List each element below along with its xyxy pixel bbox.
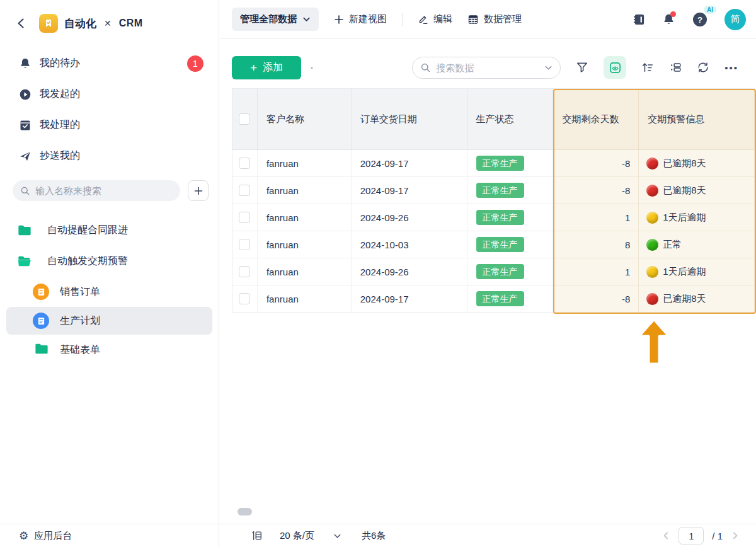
select-all-checkbox[interactable] [239,113,250,125]
sort-icon[interactable] [641,61,654,74]
folder-label: 自动提醒合同跟进 [47,224,128,237]
sidebar-item-my-todo[interactable]: 我的待办 1 [0,48,219,79]
data-manage-button[interactable]: 数据管理 [467,13,522,25]
new-view-label: 新建视图 [349,13,387,25]
sidebar-search-input[interactable] [35,185,173,196]
folder-contract-followup[interactable]: 自动提醒合同跟进 [0,215,219,246]
column-header-delivery-date[interactable]: 订单交货日期 [352,89,467,150]
workspace-subtitle: CRM [119,18,143,29]
cell-days-left: 8 [553,231,639,258]
new-view-button[interactable]: 新建视图 [334,13,387,25]
top-navigation: 管理全部数据 新建视图 编辑 数据管理 [220,0,756,39]
form-item-basic-forms[interactable]: 基础表单 [6,336,212,364]
status-badge: 正常生产 [476,183,524,198]
app-logo-bookmark-icon [39,14,58,33]
next-page-icon[interactable] [731,531,740,540]
row-height-icon[interactable] [251,530,263,541]
table-row[interactable]: fanruan 2024-09-17 正常生产 -8 已逾期8天 [232,285,755,313]
row-checkbox[interactable] [239,266,250,277]
cell-days-left: 1 [553,258,639,285]
cell-days-left: 1 [553,204,639,231]
sidebar-item-cc-to-me[interactable]: 抄送我的 [0,141,219,171]
warning-label: 1天后逾期 [663,266,706,278]
table-search-input[interactable] [436,62,539,73]
cell-delivery-date: 2024-09-17 [352,285,467,313]
add-record-button[interactable]: + 添加 [232,56,301,79]
form-item-production-plan[interactable]: 生产计划 [6,307,212,335]
backlog-book-icon[interactable] [633,13,646,26]
column-header-production-status[interactable]: 生产状态 [467,89,554,150]
table-row[interactable]: fanruan 2024-09-17 正常生产 -8 已逾期8天 [232,150,755,177]
chevron-down-icon[interactable] [544,64,553,72]
cell-delivery-date: 2024-09-26 [352,258,467,285]
form-item-sales-order[interactable]: 销售订单 [6,278,212,306]
sidebar-item-label: 我发起的 [40,88,80,101]
warning-status-dot [646,185,658,197]
pagination-bar: 20 条/页 共6条 / 1 [220,524,756,547]
box-check-icon [19,119,32,132]
field-visibility-icon[interactable] [604,56,626,79]
pencil-icon [418,14,428,25]
table-row[interactable]: fanruan 2024-09-17 正常生产 -8 已逾期8天 [232,177,755,204]
row-checkbox[interactable] [239,212,250,223]
app-backend-button[interactable]: ⚙ 应用后台 [0,524,219,547]
search-icon [20,186,30,196]
warning-status-dot [646,239,658,251]
table-search-box[interactable] [412,57,561,79]
row-checkbox[interactable] [239,239,250,250]
group-icon[interactable] [669,61,682,74]
refresh-icon[interactable] [697,61,709,74]
column-header-warning-info[interactable]: 交期预警信息 [639,89,755,150]
prev-page-icon[interactable] [662,531,670,540]
ai-badge: AI [704,6,716,14]
sidebar-item-initiated-by-me[interactable]: 我发起的 [0,79,219,110]
svg-text:?: ? [697,15,702,25]
status-badge: 正常生产 [476,291,524,306]
column-header-days-left[interactable]: 交期剩余天数 [553,89,639,150]
cell-days-left: -8 [553,285,639,313]
page-size-label[interactable]: 20 条/页 [280,530,314,542]
table-row[interactable]: fanruan 2024-09-26 正常生产 1 1天后逾期 [232,204,755,231]
app-screen: 自动化 ✕ CRM 我的待办 1 我发起的 我 [0,0,756,547]
warning-label: 已逾期8天 [663,293,706,305]
back-icon[interactable] [15,17,28,30]
data-manage-label: 数据管理 [484,13,522,25]
divider [402,13,403,26]
sidebar-item-label: 我的待办 [40,57,80,70]
form-doc-icon [33,284,49,300]
row-checkbox[interactable] [239,293,250,304]
more-options-icon[interactable]: ••• [724,62,738,73]
column-header-customer[interactable]: 客户名称 [258,89,352,150]
search-icon [420,62,431,73]
chevron-down-icon [302,15,311,23]
form-label: 销售订单 [60,285,100,299]
help-icon[interactable]: ? AI [692,11,708,28]
row-checkbox[interactable] [239,185,250,196]
folder-delivery-warning[interactable]: 自动触发交期预警 [0,246,219,277]
bell-icon [19,57,32,70]
horizontal-scrollbar[interactable] [238,508,252,515]
avatar[interactable]: 简 [724,9,746,30]
plus-icon [334,14,344,25]
sidebar-item-processed-by-me[interactable]: 我处理的 [0,110,219,141]
filter-icon[interactable] [576,61,588,74]
current-page-input[interactable] [679,527,704,544]
table-row[interactable]: fanruan 2024-10-03 正常生产 8 正常 [232,231,755,258]
sidebar-search-box[interactable] [13,180,180,201]
sidebar: 自动化 ✕ CRM 我的待办 1 我发起的 我 [0,0,219,547]
form-doc-icon [33,313,49,329]
table-row[interactable]: fanruan 2024-09-26 正常生产 1 1天后逾期 [232,258,755,285]
add-form-button[interactable] [188,180,209,201]
warning-status-dot [646,293,658,305]
sidebar-menu: 我的待办 1 我发起的 我处理的 抄送我的 [0,39,219,171]
edit-button[interactable]: 编辑 [418,13,452,25]
row-checkbox[interactable] [239,158,250,169]
notification-bell-icon[interactable] [662,13,675,26]
edit-label: 编辑 [433,13,452,25]
view-selector-dropdown[interactable]: 管理全部数据 [232,8,319,31]
header-select-all [232,89,258,150]
page-total-label: / 1 [712,531,723,541]
workspace-title: 自动化 [64,16,96,31]
warning-label: 1天后逾期 [663,212,706,224]
page-size-dropdown-icon[interactable] [333,532,341,540]
